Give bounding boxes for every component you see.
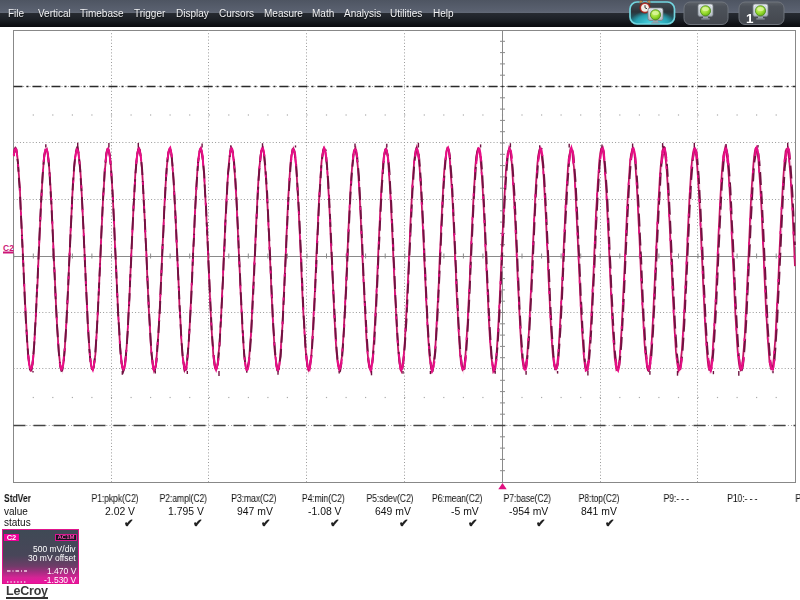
svg-text:C2: C2 bbox=[3, 243, 14, 253]
